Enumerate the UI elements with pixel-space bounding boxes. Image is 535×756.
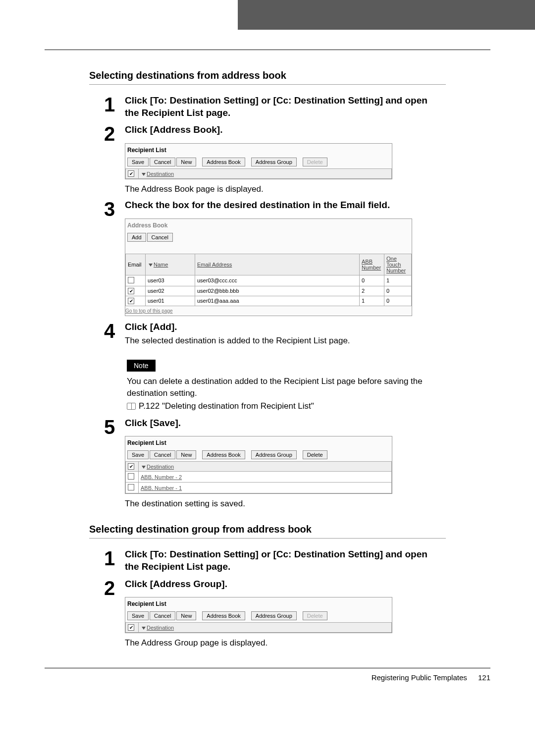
row-one: 0 xyxy=(384,286,412,296)
cancel-button[interactable]: Cancel xyxy=(150,611,175,620)
select-all-checkbox[interactable]: ✔ xyxy=(128,170,134,177)
row-email: user01@aaa.aaa xyxy=(195,296,360,306)
row-checkbox[interactable] xyxy=(128,277,134,283)
note-text: You can delete a destination added to th… xyxy=(127,376,431,399)
emailaddr-column-header[interactable]: Email Address xyxy=(197,262,232,268)
step-heading: Click [Save]. xyxy=(125,417,436,430)
panel-title: Address Book xyxy=(125,219,412,231)
step-number: 4 xyxy=(99,321,120,341)
book-icon xyxy=(127,403,136,410)
row-abb: 1 xyxy=(360,296,384,306)
go-to-top-link[interactable]: Go to top of this page xyxy=(125,306,412,316)
select-all-checkbox[interactable]: ✔ xyxy=(128,463,134,470)
address-group-button[interactable]: Address Group xyxy=(251,158,297,166)
address-book-button[interactable]: Address Book xyxy=(202,611,245,620)
address-book-button[interactable]: Address Book xyxy=(202,158,245,166)
step-heading: Click [To: Destination Setting] or [Cc: … xyxy=(125,548,436,573)
step-heading: Click [To: Destination Setting] or [Cc: … xyxy=(125,95,436,119)
row-abb: 2 xyxy=(360,286,384,296)
recipient-list-screenshot-3: Recipient List Save Cancel New Address B… xyxy=(125,597,392,633)
row-email: user02@bbb.bbb xyxy=(195,286,360,296)
address-row: ✔ user01 user01@aaa.aaa 1 0 xyxy=(126,296,412,306)
section-underline-1 xyxy=(89,84,446,85)
row-one: 1 xyxy=(384,275,412,286)
step-number: 5 xyxy=(99,417,120,437)
save-button[interactable]: Save xyxy=(127,450,149,459)
step-number: 1 xyxy=(99,548,120,568)
panel-title: Recipient List xyxy=(125,436,392,448)
section-title-1: Selecting destinations from address book xyxy=(89,70,490,81)
step-number: 1 xyxy=(99,95,120,114)
panel-title: Recipient List xyxy=(125,597,392,609)
destination-column-header[interactable]: Destination xyxy=(147,171,174,177)
step-heading: Click [Address Book]. xyxy=(125,124,436,136)
address-group-button[interactable]: Address Group xyxy=(251,611,297,620)
section-title-2: Selecting destination group from address… xyxy=(89,524,490,535)
recipient-row: ABB. Number - 2 xyxy=(126,472,392,483)
select-all-checkbox[interactable]: ✔ xyxy=(128,624,134,631)
step-heading: Click [Address Group]. xyxy=(125,578,436,591)
name-column-header[interactable]: Name xyxy=(154,262,168,268)
save-button[interactable]: Save xyxy=(127,158,149,166)
cancel-button[interactable]: Cancel xyxy=(150,158,175,166)
section-underline-2 xyxy=(89,538,446,539)
row-checkbox[interactable]: ✔ xyxy=(128,288,134,294)
cancel-button[interactable]: Cancel xyxy=(150,450,175,459)
delete-button[interactable]: Delete xyxy=(303,450,327,459)
onetouch-column-header[interactable]: One Touch Number xyxy=(386,256,406,273)
new-button[interactable]: New xyxy=(176,158,196,166)
address-row: user03 user03@ccc.ccc 0 1 xyxy=(126,275,412,286)
address-book-button[interactable]: Address Book xyxy=(202,450,245,459)
row-name: user01 xyxy=(146,296,195,306)
row-email: user03@ccc.ccc xyxy=(195,275,360,286)
step-heading: Click [Add]. xyxy=(125,321,436,333)
row-name: user02 xyxy=(146,286,195,296)
step-number: 3 xyxy=(99,199,120,219)
step-caption: The destination setting is saved. xyxy=(125,499,436,509)
recipient-link[interactable]: ABB. Number - 1 xyxy=(141,485,182,491)
email-column-header: Email xyxy=(128,262,142,268)
recipient-list-screenshot: Recipient List Save Cancel New Address B… xyxy=(125,143,392,179)
sort-icon xyxy=(142,627,146,630)
recipient-row: ABB. Number - 1 xyxy=(126,483,392,493)
row-checkbox[interactable] xyxy=(128,473,134,480)
row-checkbox[interactable] xyxy=(128,484,134,490)
sort-icon xyxy=(142,173,146,176)
page-number: 121 xyxy=(478,673,490,682)
destination-column-header[interactable]: Destination xyxy=(147,625,174,631)
abb-column-header[interactable]: ABB Number xyxy=(362,259,381,270)
header-bar xyxy=(0,0,535,30)
row-name: user03 xyxy=(146,275,195,286)
delete-button: Delete xyxy=(303,611,327,620)
new-button[interactable]: New xyxy=(176,450,196,459)
step-number: 2 xyxy=(99,578,120,598)
row-checkbox[interactable]: ✔ xyxy=(128,298,134,304)
destination-column-header[interactable]: Destination xyxy=(147,464,174,470)
cross-ref: P.122 "Deleting destination from Recipie… xyxy=(139,401,314,411)
note-badge: Note xyxy=(127,360,156,372)
add-button[interactable]: Add xyxy=(127,233,146,242)
page-footer: Registering Public Templates 121 xyxy=(45,668,490,682)
step-caption: The Address Book page is displayed. xyxy=(125,184,436,194)
address-row: ✔ user02 user02@bbb.bbb 2 0 xyxy=(126,286,412,296)
header-accent xyxy=(238,0,535,30)
footer-title: Registering Public Templates xyxy=(372,673,467,682)
row-abb: 0 xyxy=(360,275,384,286)
step-caption: The Address Group page is displayed. xyxy=(125,638,436,648)
address-book-screenshot: Address Book Add Cancel Email Name Email… xyxy=(125,218,412,316)
step-heading: Check the box for the desired destinatio… xyxy=(125,199,436,212)
sort-icon xyxy=(149,264,153,267)
save-button[interactable]: Save xyxy=(127,611,149,620)
delete-button: Delete xyxy=(303,158,327,166)
row-one: 0 xyxy=(384,296,412,306)
step-number: 2 xyxy=(99,124,120,144)
panel-title: Recipient List xyxy=(125,144,392,156)
recipient-list-screenshot-2: Recipient List Save Cancel New Address B… xyxy=(125,436,392,494)
new-button[interactable]: New xyxy=(176,611,196,620)
sort-icon xyxy=(142,466,146,469)
address-group-button[interactable]: Address Group xyxy=(251,450,297,459)
step-caption: The selected destination is added to the… xyxy=(125,335,436,347)
recipient-link[interactable]: ABB. Number - 2 xyxy=(141,474,182,480)
cancel-button[interactable]: Cancel xyxy=(147,233,173,242)
